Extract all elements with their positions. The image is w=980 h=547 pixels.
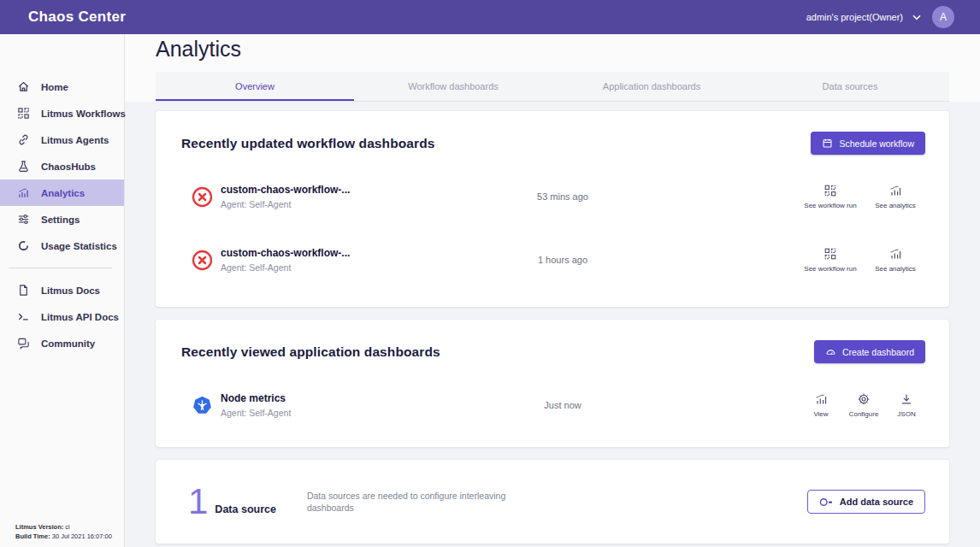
settings-icon — [17, 213, 30, 226]
usage-icon — [17, 239, 30, 252]
dashboard-name: Node metrics — [221, 392, 477, 404]
sidebar-item-usage-statistics[interactable]: Usage Statistics — [0, 232, 124, 259]
add-data-source-button[interactable]: Add data source — [807, 490, 925, 514]
analytics-chart-icon — [888, 184, 902, 197]
sidebar-item-litmus-workflows[interactable]: Litmus Workflows — [0, 100, 124, 126]
data-source-count: 1 — [188, 485, 208, 518]
tab-bar: Overview Workflow dashboards Application… — [156, 72, 949, 102]
tab-workflow-dashboards[interactable]: Workflow dashboards — [354, 72, 552, 101]
see-analytics-label: See analytics — [875, 202, 916, 209]
agents-icon — [17, 133, 30, 146]
tab-application-dashboards[interactable]: Application dashboards — [552, 72, 751, 101]
sidebar-item-community[interactable]: Community — [0, 330, 124, 356]
failed-status-icon — [192, 186, 213, 208]
sidebar-divider — [9, 268, 112, 268]
schedule-workflow-label: Schedule workflow — [839, 138, 914, 149]
add-data-source-label: Add data source — [840, 497, 913, 507]
data-source-description: Data sources are needed to configure int… — [307, 490, 517, 514]
see-workflow-run-button[interactable]: See workflow run — [800, 184, 860, 209]
version-value: ci — [63, 523, 70, 531]
terminal-icon — [17, 310, 30, 323]
sidebar-item-litmus-docs[interactable]: Litmus Docs — [0, 277, 124, 303]
sidebar-item-label: Litmus API Docs — [41, 312, 119, 322]
create-dashboard-button[interactable]: Create dashbaord — [814, 340, 925, 363]
view-dashboard-button[interactable]: View — [802, 392, 840, 418]
see-analytics-label: See analytics — [875, 265, 916, 273]
tab-data-sources[interactable]: Data sources — [751, 72, 949, 101]
see-analytics-button[interactable]: See analytics — [865, 247, 925, 273]
sidebar-item-label: Litmus Workflows — [41, 109, 126, 119]
community-icon — [17, 337, 30, 350]
workflow-run-icon — [824, 247, 837, 261]
sidebar-item-label: Settings — [41, 215, 80, 225]
chevron-down-icon — [912, 15, 921, 21]
failed-status-icon — [192, 250, 213, 271]
create-dashboard-label: Create dashbaord — [842, 347, 914, 357]
sidebar-item-label: Litmus Docs — [41, 285, 100, 296]
avatar[interactable]: A — [932, 6, 954, 28]
sidebar-item-label: ChaosHubs — [41, 162, 96, 172]
document-icon — [17, 284, 30, 297]
gear-icon — [857, 392, 871, 406]
configure-label: Configure — [849, 410, 879, 418]
dashboard-gauge-icon — [825, 346, 836, 357]
kubernetes-icon — [192, 395, 213, 416]
sidebar-item-settings[interactable]: Settings — [0, 206, 124, 232]
workflow-row: custom-chaos-workflow-... Agent: Self-Ag… — [156, 228, 949, 291]
flask-icon — [17, 160, 30, 173]
dashboard-viewed-time: Just now — [477, 400, 648, 410]
calendar-icon — [822, 138, 833, 149]
workflow-agent: Agent: Self-Agent — [221, 199, 477, 209]
workflow-card-title: Recently updated workflow dashboards — [181, 136, 434, 151]
main-content: Analytics Overview Workflow dashboards A… — [125, 34, 980, 547]
see-workflow-run-button[interactable]: See workflow run — [800, 247, 860, 273]
application-card-title: Recently viewed application dashboards — [181, 344, 440, 360]
workflow-updated-time: 53 mins ago — [477, 191, 648, 202]
data-source-count-label: Data source — [215, 503, 276, 518]
workflow-dashboards-card: Recently updated workflow dashboards Sch… — [156, 111, 949, 307]
workflow-row: custom-chaos-workflow-... Agent: Self-Ag… — [156, 165, 949, 228]
workflow-agent: Agent: Self-Agent — [221, 262, 477, 273]
configure-dashboard-button[interactable]: Configure — [845, 392, 883, 418]
workflow-updated-time: 1 hours ago — [477, 255, 648, 265]
json-download-button[interactable]: JSON — [888, 392, 925, 418]
see-analytics-button[interactable]: See analytics — [865, 184, 925, 209]
sidebar-item-litmus-agents[interactable]: Litmus Agents — [0, 126, 124, 153]
download-icon — [900, 392, 913, 406]
view-chart-icon — [814, 392, 828, 406]
sidebar-item-label: Community — [41, 338, 95, 349]
application-dashboards-card: Recently viewed application dashboards C… — [156, 320, 949, 447]
version-label: Litmus Version: — [15, 523, 63, 531]
app-title: Chaos Center — [28, 9, 126, 26]
see-workflow-run-label: See workflow run — [804, 265, 856, 273]
build-time-value: 30 Jul 2021 16:07:00 — [50, 532, 112, 540]
analytics-icon — [17, 186, 30, 199]
sidebar-item-chaoshubs[interactable]: ChaosHubs — [0, 153, 124, 179]
view-label: View — [813, 410, 828, 418]
sidebar-item-label: Litmus Agents — [41, 135, 109, 145]
sidebar-footer: Litmus Version: ci Build Time: 30 Jul 20… — [15, 522, 112, 542]
schedule-workflow-button[interactable]: Schedule workflow — [811, 132, 925, 155]
sidebar-item-label: Home — [41, 82, 68, 92]
project-name: admin's project(Owner) — [806, 12, 903, 22]
build-time-label: Build Time: — [15, 532, 50, 540]
sidebar-item-litmus-api-docs[interactable]: Litmus API Docs — [0, 303, 124, 330]
sidebar-item-label: Analytics — [41, 188, 85, 198]
data-source-card: 1 Data source Data sources are needed to… — [156, 460, 949, 544]
tab-overview[interactable]: Overview — [156, 72, 354, 101]
workflows-icon — [17, 107, 30, 120]
top-bar: Chaos Center admin's project(Owner) A — [0, 0, 980, 34]
home-icon — [17, 80, 30, 93]
workflow-name: custom-chaos-workflow-... — [221, 247, 477, 259]
sidebar-item-home[interactable]: Home — [0, 74, 124, 100]
see-workflow-run-label: See workflow run — [804, 202, 856, 209]
application-dashboard-row: Node metrics Agent: Self-Agent Just now … — [156, 373, 949, 437]
sidebar-item-analytics[interactable]: Analytics — [0, 179, 124, 206]
data-source-icon — [819, 497, 833, 508]
workflow-run-icon — [824, 184, 837, 197]
analytics-chart-icon — [888, 247, 902, 261]
dashboard-agent: Agent: Self-Agent — [221, 408, 477, 418]
project-selector-dropdown[interactable]: admin's project(Owner) — [806, 12, 921, 22]
page-title: Analytics — [156, 36, 949, 62]
sidebar-item-label: Usage Statistics — [41, 241, 117, 251]
